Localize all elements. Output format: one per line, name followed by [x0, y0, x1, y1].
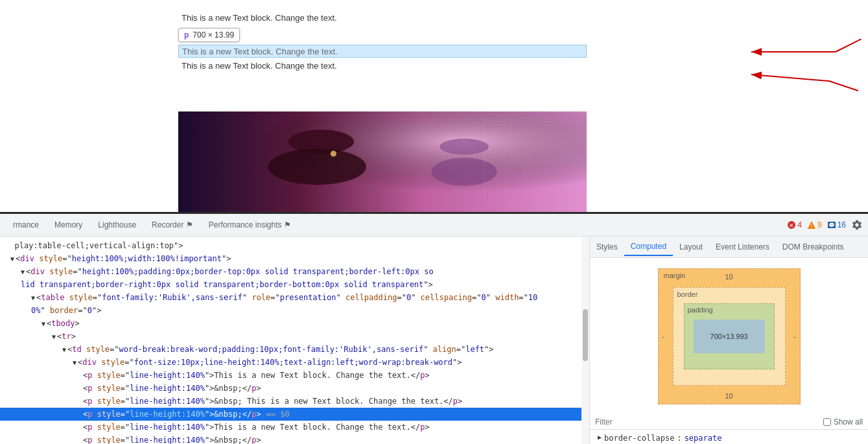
svg-point-18 [331, 151, 336, 157]
tab-layout[interactable]: Layout [673, 239, 709, 255]
show-all-checkbox[interactable] [823, 418, 831, 426]
error-icon: ✕ [787, 220, 796, 229]
element-tooltip: p 700 × 13.99 [178, 28, 240, 42]
box-model-container: margin 10 10 - - border – padding - [590, 258, 868, 415]
hover-text: This is a new Text block. Change the tex… [182, 47, 338, 56]
toolbar-right: ✕ 4 ! 9 💬 16 [787, 219, 863, 231]
tab-lighthouse[interactable]: Lighthouse [90, 216, 144, 233]
dom-line: ▼<div style="height:100%;width:100%!impo… [0, 252, 589, 265]
tooltip-tag: p [184, 30, 189, 40]
devtools-panel: rmance Memory Lighthouse Recorder ⚑ Perf… [0, 214, 868, 444]
dom-line: ▼<tr> [0, 330, 589, 343]
box-content: 700×13.993 [694, 320, 765, 353]
right-panel-tabs: Styles Computed Layout Event Listeners D… [590, 237, 868, 258]
tab-dom-breakpoints[interactable]: DOM Breakpoints [776, 239, 850, 255]
dom-scrollbar-thumb[interactable] [583, 309, 588, 361]
tab-memory[interactable]: Memory [47, 216, 90, 233]
dom-line: ▼<table style="font-family:'Rubik',sans-… [0, 291, 589, 304]
css-properties: ▶ border-collapse : separate [590, 432, 868, 444]
svg-point-9 [440, 139, 489, 155]
dom-line: ▼<td style="word-break:break-word;paddin… [0, 343, 589, 356]
filter-row: Show all [590, 415, 868, 430]
right-panel: Styles Computed Layout Event Listeners D… [589, 237, 868, 444]
filter-input[interactable] [595, 417, 818, 426]
css-prop-name: border-collapse [604, 434, 674, 443]
preview-content: This is a new Text block. Change the tex… [0, 0, 868, 71]
dom-line: lid transparent;border-right:0px solid t… [0, 278, 589, 291]
padding-label: padding [688, 306, 713, 314]
settings-icon[interactable] [851, 219, 863, 231]
show-all-label: Show all [823, 417, 863, 426]
margin-top-value: 10 [725, 273, 733, 281]
dom-line-highlighted: <p style="line-height:140%">&nbsp;</p>==… [0, 408, 589, 421]
photo-banner-inner [178, 111, 587, 212]
margin-left-value: - [663, 333, 665, 340]
svg-point-10 [432, 158, 497, 185]
error-badge: ✕ 4 [787, 220, 802, 229]
tooltip-dimensions: 700 × 13.99 [193, 30, 234, 40]
box-border: border – padding - 700×13.993 [673, 287, 786, 386]
dom-line: <p style="line-height:140%">&nbsp; This … [0, 395, 589, 408]
border-label: border [677, 290, 698, 298]
photo-banner [178, 111, 587, 212]
css-prop-value: separate [685, 434, 722, 443]
devtools-toolbar: rmance Memory Lighthouse Recorder ⚑ Perf… [0, 214, 868, 237]
margin-label: margin [664, 272, 686, 279]
warning-badge: ! 9 [807, 220, 822, 229]
text-block-2: This is a new Text block. Change the tex… [178, 61, 868, 71]
devtools-body: play:table-cell;vertical-align:top"> ▼<d… [0, 237, 868, 444]
dom-line: <p style="line-height:140%">This is a ne… [0, 369, 589, 382]
svg-text:💬: 💬 [828, 222, 835, 228]
message-badge: 💬 16 [827, 220, 846, 229]
text-block-hover: This is a new Text block. Change the tex… [178, 45, 587, 58]
css-property-row: ▶ border-collapse : separate [590, 432, 868, 444]
box-margin: margin 10 10 - - border – padding - [658, 268, 801, 404]
dom-line: <p style="line-height:140%">&nbsp;</p> [0, 382, 589, 395]
content-size: 700×13.993 [710, 333, 747, 340]
dom-line: <p style="line-height:140%">This is a ne… [0, 421, 589, 434]
dom-line: ▼<div style="font-size:10px;line-height:… [0, 356, 589, 369]
tab-recorder[interactable]: Recorder ⚑ [144, 216, 201, 233]
svg-point-8 [268, 148, 366, 185]
dom-line: 0%" border="0"> [0, 304, 589, 317]
svg-line-4 [829, 81, 858, 91]
margin-bottom-value: 10 [725, 392, 733, 400]
tab-event-listeners[interactable]: Event Listeners [709, 239, 776, 255]
dom-panel[interactable]: play:table-cell;vertical-align:top"> ▼<d… [0, 237, 589, 444]
tab-performance-insights[interactable]: Performance insights ⚑ [201, 216, 299, 233]
dom-line: play:table-cell;vertical-align:top"> [0, 239, 589, 252]
warning-icon: ! [807, 220, 816, 229]
preview-area: This is a new Text block. Change the tex… [0, 0, 868, 214]
box-padding: padding - 700×13.993 [684, 303, 775, 369]
svg-text:!: ! [811, 222, 813, 229]
dom-scrollbar[interactable] [581, 237, 589, 444]
svg-text:✕: ✕ [789, 222, 794, 229]
message-icon: 💬 [827, 220, 836, 229]
text-block-1: This is a new Text block. Change the tex… [178, 13, 868, 23]
tab-computed[interactable]: Computed [624, 238, 673, 256]
dom-line: ▼<div style="height:100%;padding:0px;bor… [0, 265, 589, 278]
tab-styles[interactable]: Styles [590, 239, 624, 255]
dom-line: <p style="line-height:140%">&nbsp;</p> [0, 434, 589, 444]
margin-right-value: - [793, 333, 796, 340]
tab-performance[interactable]: rmance [5, 216, 47, 233]
dom-line: ▼<tbody> [0, 317, 589, 330]
svg-line-3 [751, 75, 829, 81]
